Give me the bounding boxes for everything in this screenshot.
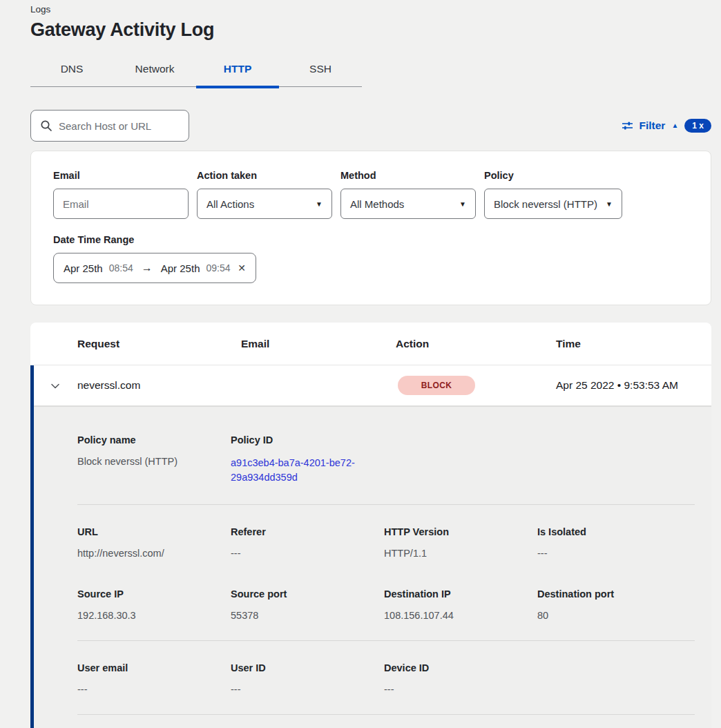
expanded-log-entry: neverssl.com BLOCK Apr 25 2022 • 9:53:53…	[30, 365, 711, 728]
page-title: Gateway Activity Log	[30, 19, 711, 41]
source-ip-value: 192.168.30.3	[77, 610, 231, 621]
filter-count-badge[interactable]: 1 x	[684, 119, 711, 133]
user-id-label: User ID	[231, 662, 384, 673]
email-filter-field: Email	[53, 170, 189, 219]
time-cell: Apr 25 2022 • 9:53:53 AM	[556, 379, 711, 392]
start-date[interactable]: Apr 25th	[64, 262, 103, 274]
radar-link-row: View domain details in Radar →	[77, 715, 695, 728]
source-port-value: 55378	[231, 610, 384, 621]
tab-http[interactable]: HTTP	[196, 55, 279, 86]
filter-fields-row: Email Action taken All Actions ▼ Method …	[53, 170, 689, 219]
detail-field: Policy ID a91c3eb4-ba7a-4201-be72-29a934…	[231, 434, 384, 485]
destination-ip-value: 108.156.107.44	[384, 610, 537, 621]
request-cell: neverssl.com	[77, 379, 241, 392]
policy-name-label: Policy name	[77, 434, 231, 446]
log-type-tabs: DNS Network HTTP SSH	[30, 55, 362, 87]
detail-field: User email ---	[77, 662, 231, 695]
column-header-email: Email	[241, 338, 396, 350]
table-header-row: Request Email Action Time	[30, 323, 711, 365]
network-section: Source IP 192.168.30.3 Source port 55378…	[77, 588, 695, 640]
chevron-up-icon: ▲	[671, 122, 678, 129]
filter-toggle[interactable]: Filter ▲ 1 x	[622, 119, 712, 133]
email-filter-label: Email	[53, 170, 189, 181]
detail-field: URL http://neverssl.com/	[77, 526, 231, 559]
detail-field: Source IP 192.168.30.3	[77, 588, 231, 621]
detail-field: Destination port 80	[537, 588, 695, 621]
user-email-label: User email	[77, 662, 231, 673]
policy-value: Block neverssl (HTTP)	[494, 198, 597, 210]
detail-field: Destination IP 108.156.107.44	[384, 588, 537, 621]
arrow-right-icon: →	[140, 262, 155, 274]
method-value: All Methods	[350, 198, 404, 210]
detail-field: Policy name Block neverssl (HTTP)	[77, 434, 231, 485]
source-port-label: Source port	[231, 588, 384, 600]
url-section: URL http://neverssl.com/ Referer --- HTT…	[77, 505, 695, 559]
search-box[interactable]	[30, 110, 189, 142]
policy-name-value: Block neverssl (HTTP)	[77, 456, 231, 467]
action-taken-select[interactable]: All Actions ▼	[197, 189, 332, 219]
device-id-value: ---	[384, 684, 537, 695]
end-date[interactable]: Apr 25th	[161, 262, 200, 274]
action-taken-label: Action taken	[197, 170, 332, 181]
email-input-wrap	[53, 189, 189, 219]
referer-value: ---	[231, 548, 384, 559]
user-id-value: ---	[231, 684, 384, 695]
is-isolated-label: Is Isolated	[537, 526, 695, 537]
end-time[interactable]: 09:54	[206, 262, 230, 274]
policy-id-label: Policy ID	[231, 434, 384, 446]
breadcrumb[interactable]: Logs	[30, 4, 711, 15]
chevron-down-icon: ▼	[316, 200, 323, 208]
block-status-badge: BLOCK	[398, 376, 475, 395]
tab-dns[interactable]: DNS	[30, 55, 113, 86]
gateway-activity-log-page: Logs Gateway Activity Log DNS Network HT…	[0, 0, 721, 728]
tab-network[interactable]: Network	[113, 55, 196, 86]
policy-label: Policy	[484, 170, 622, 181]
is-isolated-value: ---	[537, 548, 695, 559]
chevron-down-icon: ▼	[459, 200, 466, 208]
search-icon	[40, 119, 52, 132]
activity-log-table: Request Email Action Time neverssl.com B…	[30, 323, 711, 728]
detail-field: Is Isolated ---	[537, 526, 695, 559]
detail-field: HTTP Version HTTP/1.1	[384, 526, 537, 559]
action-cell: BLOCK	[396, 376, 556, 395]
destination-ip-label: Destination IP	[384, 588, 537, 600]
log-entry-details: Policy name Block neverssl (HTTP) Policy…	[34, 407, 711, 728]
method-field: Method All Methods ▼	[340, 170, 476, 219]
tab-ssh[interactable]: SSH	[279, 55, 362, 86]
policy-section: Policy name Block neverssl (HTTP) Policy…	[77, 434, 695, 504]
device-id-label: Device ID	[384, 662, 537, 673]
action-taken-value: All Actions	[206, 198, 254, 210]
detail-field: Referer ---	[231, 526, 384, 559]
table-row[interactable]: neverssl.com BLOCK Apr 25 2022 • 9:53:53…	[34, 365, 711, 407]
filter-sliders-icon	[622, 120, 633, 131]
filter-panel: Email Action taken All Actions ▼ Method …	[30, 151, 711, 305]
start-time[interactable]: 08:54	[109, 262, 133, 274]
date-range-field: Date Time Range Apr 25th 08:54 → Apr 25t…	[53, 234, 689, 283]
detail-field: User ID ---	[231, 662, 384, 695]
policy-id-link[interactable]: a91c3eb4-ba7a-4201-be72-29a934dd359d	[231, 456, 363, 485]
column-header-action: Action	[396, 338, 556, 350]
collapse-chevron-icon[interactable]	[50, 381, 61, 394]
user-email-value: ---	[77, 684, 231, 695]
detail-field-empty	[537, 662, 695, 695]
search-input[interactable]	[59, 120, 180, 132]
url-label: URL	[77, 526, 231, 537]
destination-port-label: Destination port	[537, 588, 695, 600]
clear-date-range-icon[interactable]: ✕	[238, 262, 246, 274]
source-ip-label: Source IP	[77, 588, 231, 600]
policy-select[interactable]: Block neverssl (HTTP) ▼	[484, 189, 622, 219]
chevron-down-icon: ▼	[606, 200, 613, 208]
email-input[interactable]	[63, 198, 179, 210]
referer-label: Referer	[231, 526, 384, 537]
method-select[interactable]: All Methods ▼	[340, 189, 476, 219]
destination-port-value: 80	[537, 610, 695, 621]
filter-label: Filter	[640, 119, 666, 132]
policy-field: Policy Block neverssl (HTTP) ▼	[484, 170, 622, 219]
detail-field: Source port 55378	[231, 588, 384, 621]
action-taken-field: Action taken All Actions ▼	[197, 170, 332, 219]
user-section: User email --- User ID --- Device ID ---	[77, 641, 695, 714]
search-filter-bar: Filter ▲ 1 x	[30, 110, 711, 142]
date-range-label: Date Time Range	[53, 234, 689, 245]
column-header-time: Time	[556, 338, 711, 350]
date-range-picker[interactable]: Apr 25th 08:54 → Apr 25th 09:54 ✕	[53, 253, 256, 283]
